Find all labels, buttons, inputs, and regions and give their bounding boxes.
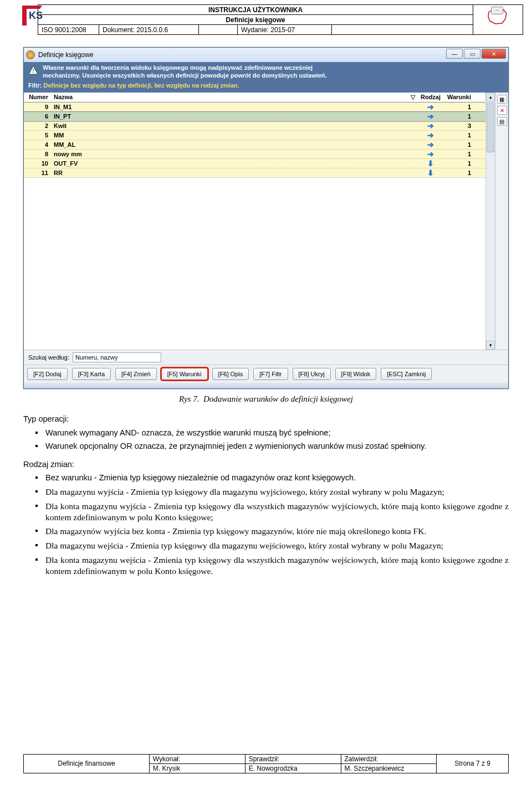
svg-text:!: ! — [32, 68, 34, 74]
doc-subtitle: Definicje księgowe — [38, 15, 473, 25]
table-row[interactable]: 10OUT_FV⬇1 — [24, 159, 485, 168]
ftr-zatwierdzil-val: M. Szczepankiewicz — [341, 763, 437, 773]
col-rodzaj[interactable]: Rodzaj — [417, 94, 444, 101]
ftr-zatwierdzil-lbl: Zatwierdził: — [341, 754, 437, 763]
arrow-right-icon: ➔ — [427, 131, 434, 140]
ftr-sprawdzil-lbl: Sprawdził: — [245, 754, 341, 763]
cell-rodzaj: ⬇ — [417, 168, 444, 177]
table-row[interactable]: 4MM_AL➔1 — [24, 140, 485, 150]
side-tool-3-icon[interactable]: ▤ — [497, 117, 507, 126]
cell-numer: 8 — [24, 151, 52, 157]
hdr-doc: Dokument: 2015.0.0.6 — [99, 25, 199, 35]
cell-rodzaj: ➔ — [417, 131, 444, 140]
vertical-scrollbar[interactable]: ▴ ▾ — [485, 93, 495, 350]
figure-caption: Rys 7. Dodawanie warunków do definicji k… — [23, 394, 509, 404]
f6-opis-button[interactable]: [F6] Opis — [212, 368, 249, 380]
scroll-thumb[interactable] — [487, 102, 494, 152]
scroll-down-icon[interactable]: ▾ — [486, 341, 495, 350]
hdr-iso: ISO 9001:2008 — [38, 25, 99, 35]
function-button-bar: [F2] Dodaj [F3] Karta [F4] Zmień [F5] Wa… — [24, 365, 508, 383]
cell-rodzaj: ➔ — [417, 121, 444, 130]
table-row[interactable]: 5MM➔1 — [24, 131, 485, 140]
info-bar: ! Własne warunki dla tworzenia widoku ks… — [24, 62, 508, 93]
col-numer[interactable]: Numer — [24, 94, 52, 101]
typ-operacji-label: Typ operacji: — [23, 414, 509, 424]
close-button[interactable]: ✕ — [482, 49, 506, 59]
search-input[interactable] — [73, 352, 161, 362]
window-title: Definicje księgowe — [38, 51, 93, 59]
list-item: Warunek opcjonalny OR oznacza, że przyna… — [45, 441, 509, 452]
doc-title: INSTRUKCJA UŻYTKOWNIKA — [38, 5, 473, 15]
side-tool-1-icon[interactable]: ▦ — [497, 95, 507, 104]
list-item: Bez warunku - Zmienia typ księgowy nieza… — [45, 473, 509, 483]
cell-warunki: 1 — [444, 151, 475, 157]
f7-filtr-button[interactable]: [F7] Filtr — [253, 368, 288, 380]
table-row[interactable]: 8nowy mm➔1 — [24, 150, 485, 159]
list-item: Dla magazynów wyjścia bez konta - Zmieni… — [45, 526, 509, 537]
side-tool-delete-icon[interactable]: ✕ — [497, 106, 507, 115]
f4-zmien-button[interactable]: [F4] Zmień — [115, 368, 157, 380]
cell-rodzaj: ➔ — [417, 150, 444, 158]
table-row[interactable]: 11RR⬇1 — [24, 168, 485, 178]
hdr-wyd: Wydanie: 2015-07 — [238, 25, 332, 35]
rodzaj-zmian-label: Rodzaj zmian: — [23, 459, 509, 470]
list-item: Dla konta magazynu wejścia - Zmienia typ… — [45, 555, 509, 577]
info-msg-2: mechanizmy. Usunięcie wszystkich własnyc… — [43, 72, 504, 80]
ftr-wykonal-lbl: Wykonał: — [149, 754, 245, 763]
col-nazwa[interactable]: Nazwa — [52, 94, 409, 101]
maximize-button[interactable]: ▭ — [464, 49, 480, 59]
f5-warunki-button[interactable]: [F5] Warunki — [161, 368, 208, 380]
arrow-right-icon: ➔ — [427, 121, 434, 130]
cell-warunki: 1 — [444, 132, 475, 139]
list-item: Dla magazynu wyjścia - Zmienia typ księg… — [45, 486, 509, 498]
table-row[interactable]: 2Kwit➔3 — [24, 121, 485, 131]
cell-nazwa: OUT_FV — [52, 160, 409, 167]
cell-numer: 10 — [24, 160, 52, 167]
filter-line: Filtr: Definicje bez względu na typ defi… — [28, 82, 504, 90]
f2-dodaj-button[interactable]: [F2] Dodaj — [27, 368, 68, 380]
side-toolbar: ▦ ✕ ▤ — [495, 93, 508, 350]
f9-widok-button[interactable]: [F9] Widok — [335, 368, 377, 380]
cell-rodzaj: ⬇ — [417, 159, 444, 168]
cell-numer: 5 — [24, 132, 52, 139]
cell-warunki: 1 — [444, 113, 475, 120]
arrow-right-icon: ➔ — [427, 140, 434, 149]
cell-rodzaj: ➔ — [417, 112, 444, 121]
cell-warunki: 3 — [444, 122, 475, 129]
cell-numer: 11 — [24, 170, 52, 176]
typ-operacji-list: Warunek wymagany AND- oznacza, że wszyst… — [23, 428, 509, 452]
svg-text:KS: KS — [29, 10, 43, 21]
body-text: Typ operacji: Warunek wymagany AND- ozna… — [23, 414, 509, 577]
cell-numer: 9 — [24, 104, 52, 110]
sort-indicator-icon: ▽ — [409, 94, 417, 101]
cell-rodzaj: ➔ — [417, 102, 444, 111]
cell-nazwa: nowy mm — [52, 151, 409, 157]
arrow-right-icon: ➔ — [427, 150, 434, 158]
col-warunki[interactable]: Warunki — [444, 94, 475, 101]
table-row[interactable]: 6IN_PT➔1 — [24, 112, 485, 121]
cell-nazwa: MM — [52, 132, 409, 139]
f8-ukryj-button[interactable]: [F8] Ukryj — [293, 368, 331, 380]
search-bar: Szukaj według: — [24, 350, 508, 365]
minimize-button[interactable]: — — [446, 49, 463, 59]
arrow-right-icon: ➔ — [427, 102, 434, 111]
titlebar: Definicje księgowe — ▭ ✕ — [24, 48, 508, 62]
warning-icon: ! — [28, 65, 38, 78]
cell-nazwa: IN_PT — [52, 113, 409, 120]
cell-nazwa: RR — [52, 170, 409, 176]
rodzaj-zmian-list: Bez warunku - Zmienia typ księgowy nieza… — [23, 473, 509, 576]
f3-karta-button[interactable]: [F3] Karta — [72, 368, 111, 380]
app-icon — [26, 50, 35, 59]
list-item: Dla magazynu wejścia - Zmienia typ księg… — [45, 540, 509, 551]
ftr-page: Strona 7 z 9 — [437, 754, 509, 773]
ftr-left: Definicje finansowe — [24, 754, 150, 773]
grid-header: Numer Nazwa ▽ Rodzaj Warunki — [24, 93, 485, 102]
table-row[interactable]: 9IN_M1➔1 — [24, 102, 485, 112]
cell-nazwa: IN_M1 — [52, 104, 409, 110]
search-label: Szukaj według: — [28, 354, 69, 361]
grid-rows: 9IN_M1➔16IN_PT➔12Kwit➔35MM➔14MM_AL➔18now… — [24, 102, 485, 178]
scroll-up-icon[interactable]: ▴ — [486, 93, 495, 101]
cell-warunki: 1 — [444, 160, 475, 167]
cell-nazwa: Kwit — [52, 122, 409, 129]
esc-zamknij-button[interactable]: [ESC] Zamknij — [381, 368, 432, 380]
